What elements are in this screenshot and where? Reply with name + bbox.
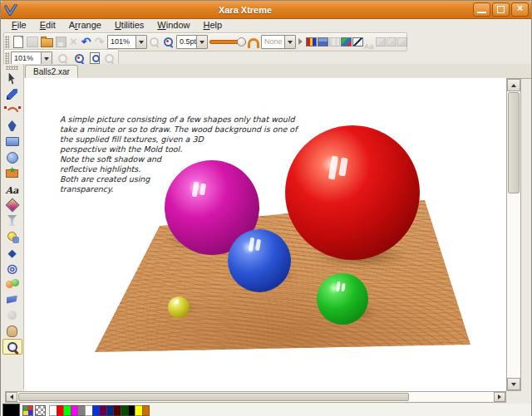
style-name-combo[interactable]: None [261,35,296,49]
xara-logo-icon [4,4,17,16]
contour-tool-button[interactable] [2,260,22,276]
caption-text-line[interactable]: Note the soft shadow and [60,154,161,164]
color-editor-icon[interactable] [22,405,33,416]
push-tool-button[interactable] [2,323,22,339]
name-gallery-icon [397,37,407,46]
vertical-scroll-thumb[interactable] [508,92,520,193]
scroll-left-button[interactable] [6,392,17,402]
fill-gallery-button[interactable] [341,34,352,49]
current-color-swatch[interactable] [2,404,20,416]
caption-text-line[interactable]: reflective highlights. [60,164,140,174]
new-document-button[interactable] [12,34,25,49]
flyout-arrow-button[interactable] [297,34,304,49]
save-file-icon [56,37,66,47]
document-tab[interactable]: Balls2.xar [25,65,78,78]
caption-text-line[interactable]: transparency. [60,184,113,193]
blend-tool-button[interactable] [2,276,22,291]
import-file-icon [27,37,38,47]
chevron-down-icon[interactable] [196,36,207,48]
save-file-button[interactable] [55,34,67,49]
document-tab-bar: Balls2.xar [23,64,531,79]
caption-text-line[interactable]: take a minute or so to draw. The wood ba… [60,125,298,134]
ellipse-tool-button[interactable] [2,149,22,165]
selector-tool-button[interactable] [2,71,22,86]
vertical-scrollbar[interactable] [506,78,521,391]
zoom-out-button[interactable] [148,34,160,49]
drawing-canvas[interactable]: A simple picture consisting of a few sha… [24,78,506,391]
menu-window[interactable]: Window [150,19,196,32]
shadow-tool-icon [7,232,17,241]
minimize-button[interactable] [473,2,490,17]
zoom-level-combo[interactable]: 101% [107,35,147,49]
caption-text-line[interactable]: the supplied fill textures, given a 3D [60,135,204,144]
chevron-down-icon[interactable] [41,52,52,65]
line-width-combo[interactable]: 0.5pt [176,35,208,49]
maximize-button[interactable] [492,2,510,17]
snap-to-magnet-button[interactable] [248,34,259,49]
toolbar-drag-handle[interactable] [5,52,9,65]
fill-tool-button[interactable] [2,197,22,213]
text-tool-button[interactable] [2,181,22,197]
import-file-button[interactable] [26,34,39,49]
quickshape-tool-icon [6,169,18,178]
color-swatch[interactable] [142,405,150,416]
chevron-down-icon[interactable] [284,36,295,48]
open-file-icon [41,38,53,47]
menu-edit[interactable]: Edit [33,19,62,32]
shape-editor-tool-icon [5,107,20,117]
caption-text-line[interactable]: Both are created using [60,174,150,184]
mold-tool-button[interactable] [2,291,22,307]
close-button[interactable] [511,2,529,17]
green-ball[interactable] [317,273,368,325]
freehand-tool-button[interactable] [2,86,22,102]
redo-icon [95,34,105,49]
color-gallery-button[interactable] [306,34,317,49]
redo-button[interactable] [93,34,106,49]
shape-editor-tool-button[interactable] [2,102,22,118]
open-file-button[interactable] [40,34,54,49]
delete-button[interactable] [68,34,79,49]
pen-tool-button[interactable] [2,118,22,134]
quickshape-tool-button[interactable] [2,165,22,181]
zoom-to-drawing-icon [164,37,173,46]
bitmap-gallery-button[interactable] [329,34,340,49]
transparency-tool-button[interactable] [2,213,22,228]
slider-knob[interactable] [237,37,246,46]
line-gallery-button[interactable] [352,34,363,49]
horizontal-scrollbar[interactable] [5,391,506,403]
feather-slider[interactable] [209,34,246,49]
rectangle-tool-button[interactable] [2,134,22,149]
menu-arrange[interactable]: Arrange [62,19,108,32]
fill-gallery-icon [341,37,352,46]
scroll-up-button[interactable] [507,79,520,91]
no-color-swatch[interactable] [35,405,46,416]
font-gallery-icon [364,37,375,46]
menu-file[interactable]: File [5,19,33,32]
horizontal-scroll-thumb[interactable] [18,393,409,401]
scroll-right-button[interactable] [494,392,505,402]
bevel-tool-button[interactable] [2,244,22,260]
new-document-icon [13,36,23,48]
caption-text-line[interactable]: A simple picture consisting of a few sha… [60,115,294,124]
scroll-down-button[interactable] [507,378,520,390]
caption-text-line[interactable]: perspective with the Mold tool. [60,144,182,154]
fractal-gallery-button[interactable] [387,34,397,49]
tools-drag-handle[interactable] [6,66,18,70]
red-ball[interactable] [285,125,420,260]
menu-utilities[interactable]: Utilities [108,19,150,32]
clipart-gallery-button[interactable] [376,34,386,49]
zoom-to-drawing-button[interactable] [161,34,175,49]
toolbar-drag-handle[interactable] [5,36,9,48]
font-gallery-button[interactable] [364,34,375,49]
undo-button[interactable] [80,34,92,49]
shadow-tool-button[interactable] [2,228,22,244]
title-bar[interactable]: Xara Xtreme [1,1,531,19]
chevron-down-icon[interactable] [135,36,146,48]
menu-help[interactable]: Help [196,19,229,32]
tools-palette [1,64,24,389]
live-effects-tool-button[interactable] [2,307,22,323]
zoom-tool-button[interactable] [2,339,22,355]
name-gallery-button[interactable] [397,34,407,49]
color-line [1,404,531,416]
layer-gallery-button[interactable] [318,34,328,49]
